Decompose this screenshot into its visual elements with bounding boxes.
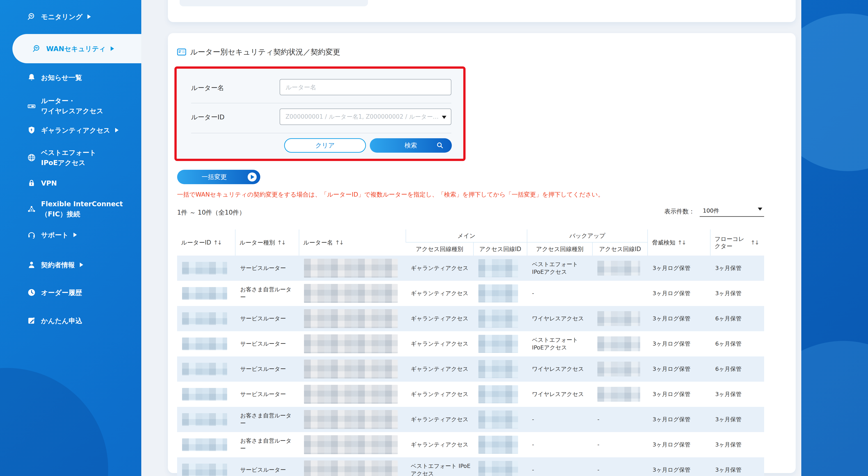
router-name-redacted <box>304 360 398 378</box>
sidebar-item-monitoring[interactable]: モニタリング <box>0 10 141 24</box>
router-id-redacted <box>182 413 227 426</box>
router-name-redacted <box>304 410 398 429</box>
page-size-label: 表示件数： <box>664 207 695 217</box>
clock-icon <box>27 287 36 298</box>
sidebar-item-vpn[interactable]: VPN <box>0 176 141 190</box>
router-name-redacted <box>304 284 398 303</box>
backup-access-line-id-cell <box>592 331 648 356</box>
header-router-id[interactable]: ルーターID↑↓ <box>177 230 235 256</box>
bell-icon <box>27 72 36 82</box>
header-flow-collector[interactable]: フローコレクター↑↓ <box>710 230 764 256</box>
backup-access-line-type-cell: - <box>527 281 592 306</box>
search-icon <box>436 141 444 149</box>
sidebar-item-fic-connection[interactable]: Flexible InterConnect （FIC）接続 <box>0 199 141 219</box>
router-type-cell: お客さま自営ルーター <box>235 432 299 457</box>
router-name-redacted <box>304 259 398 278</box>
main-access-line-id-redacted <box>478 410 518 429</box>
play-circle-icon <box>248 172 257 181</box>
router-name-input[interactable] <box>280 79 451 95</box>
page-title: ルーター別セキュリティ契約状況／契約変更 <box>190 47 340 57</box>
main-access-line-id-redacted <box>478 259 518 277</box>
sidebar-item-label: Flexible InterConnect （FIC）接続 <box>41 199 123 219</box>
router-name-cell <box>299 432 406 457</box>
router-name-redacted <box>304 435 398 454</box>
threat-detection-cell: 3ヶ月ログ保管 <box>648 331 710 356</box>
router-id-redacted <box>182 464 227 476</box>
router-id-redacted <box>182 363 227 375</box>
clear-button[interactable]: クリア <box>284 138 366 152</box>
result-count: 1件 ～ 10件（全10件） <box>177 208 245 217</box>
backup-access-line-type-cell: ワイヤレスアクセス <box>527 306 592 331</box>
header-backup-access-line-id: アクセス回線ID <box>592 242 648 256</box>
search-button[interactable]: 検索 <box>370 138 452 152</box>
backup-access-line-id-cell <box>592 281 648 306</box>
router-name-cell <box>299 331 406 356</box>
main-access-line-id-redacted <box>478 461 518 476</box>
router-icon <box>27 101 36 111</box>
magnifier-pulse-icon <box>32 44 42 54</box>
threat-detection-cell: 3ヶ月ログ保管 <box>648 432 710 457</box>
backup-access-line-type-cell: - <box>527 407 592 432</box>
sort-arrows-icon: ↑↓ <box>213 239 221 246</box>
sidebar-item-order-history[interactable]: オーダー履歴 <box>0 286 141 299</box>
router-id-select[interactable]: Z000000001 / ルーター名1, Z000000002 / ルーター名2… <box>280 108 451 125</box>
backup-access-line-id-cell <box>592 306 648 331</box>
chevron-down-icon <box>442 116 446 119</box>
table-row: サービスルーターギャランティアクセスワイヤレスアクセス3ヶ月ログ保管6ヶ月保管 <box>177 306 764 331</box>
sidebar-item-easy-application[interactable]: かんたん申込 <box>0 314 141 328</box>
sidebar-item-contractor-info[interactable]: 契約者情報 <box>0 258 141 272</box>
backup-access-line-type-cell: - <box>527 432 592 457</box>
bulk-change-button[interactable]: 一括変更 <box>177 170 260 184</box>
router-type-cell: サービスルーター <box>235 382 299 407</box>
form-divider <box>191 103 451 103</box>
main-access-line-id-cell <box>473 356 527 382</box>
table-row: お客さま自営ルーターギャランティアクセス--3ヶ月ログ保管3ヶ月保管 <box>177 407 764 432</box>
header-router-type[interactable]: ルーター種別↑↓ <box>235 230 299 256</box>
router-id-redacted <box>182 262 227 274</box>
sidebar-item-label: かんたん申込 <box>41 316 82 326</box>
flow-collector-cell: 6ヶ月保管 <box>710 306 764 331</box>
backup-access-line-id-redacted <box>597 387 640 402</box>
router-id-placeholder: Z000000001 / ルーター名1, Z000000002 / ルーター名2… <box>285 113 439 121</box>
threat-detection-cell: 3ヶ月ログ保管 <box>648 356 710 382</box>
main-access-line-id-cell <box>473 281 527 306</box>
backup-access-line-id-cell: - <box>592 457 648 476</box>
wan-security-section-card: ルーター別セキュリティ契約状況／契約変更 ルーター名 ルーターID Z00000… <box>168 33 796 473</box>
header-router-name[interactable]: ルーター名↑↓ <box>299 230 406 256</box>
headset-icon <box>27 230 36 240</box>
previous-section-card <box>168 0 796 22</box>
router-name-cell <box>299 256 406 281</box>
sidebar-item-support[interactable]: サポート <box>0 228 141 242</box>
backup-access-line-type-cell: ワイヤレスアクセス <box>527 356 592 382</box>
backup-access-line-id-redacted <box>597 336 640 351</box>
router-id-cell <box>177 356 235 382</box>
sidebar-item-wan-security[interactable]: WANセキュリティ <box>12 34 141 63</box>
chevron-right-icon <box>111 46 114 51</box>
sidebar-item-best-effort-ipoe-access[interactable]: ベストエフォート IPoEアクセス <box>0 147 141 168</box>
sidebar-item-label: お知らせ一覧 <box>41 72 82 82</box>
header-main-access-line-type: アクセス回線種別 <box>406 242 473 256</box>
sidebar-item-notices[interactable]: お知らせ一覧 <box>0 71 141 84</box>
backup-access-line-id-redacted <box>597 261 640 276</box>
router-type-cell: サービスルーター <box>235 331 299 356</box>
table-row: サービスルーターベストエフォート IPoEアクセス--3ヶ月ログ保管3ヶ月保管 <box>177 457 764 476</box>
main-access-line-type-cell: ギャランティアクセス <box>406 306 473 331</box>
page-size-select[interactable]: 100件 <box>700 207 764 217</box>
flow-collector-cell: 3ヶ月保管 <box>710 281 764 306</box>
chevron-right-icon <box>115 128 119 132</box>
page-size-control: 表示件数： 100件 <box>664 207 764 217</box>
header-threat-detection[interactable]: 脅威検知↑↓ <box>648 230 710 256</box>
sidebar-item-label: モニタリング <box>41 12 83 22</box>
main-access-line-type-cell: ギャランティアクセス <box>406 331 473 356</box>
main-access-line-type-cell: ギャランティアクセス <box>406 432 473 457</box>
sidebar-item-label: 契約者情報 <box>41 260 75 270</box>
sidebar-item-router-wireless-access[interactable]: ルーター・ ワイヤレスアクセス <box>0 96 141 116</box>
threat-detection-cell: 3ヶ月ログ保管 <box>648 457 710 476</box>
main-access-line-id-cell <box>473 256 527 281</box>
main-access-line-id-cell <box>473 432 527 457</box>
sidebar-item-guarantee-access[interactable]: ギャランティアクセス <box>0 124 141 137</box>
main-access-line-id-redacted <box>478 310 518 328</box>
threat-detection-cell: 3ヶ月ログ保管 <box>648 407 710 432</box>
router-card-icon <box>177 48 186 56</box>
threat-detection-cell: 3ヶ月ログ保管 <box>648 281 710 306</box>
